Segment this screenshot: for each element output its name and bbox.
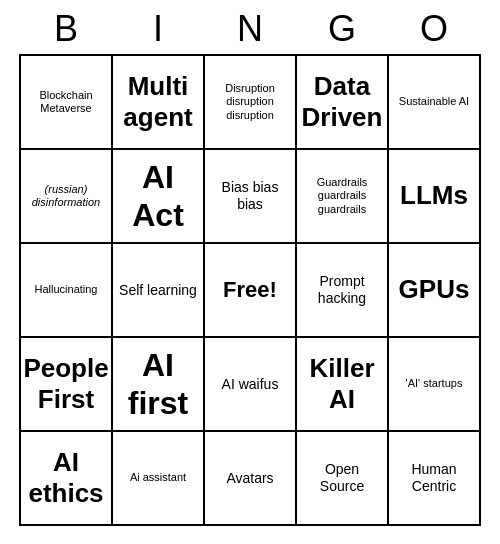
cell-16: AI first [113,338,205,432]
cell-20: AI ethics [21,432,113,526]
cell-0: Blockchain Metaverse [21,56,113,150]
cell-3: Data Driven [297,56,389,150]
cell-5: (russian) disinformation [21,150,113,244]
cell-15: People First [21,338,113,432]
cell-13: Prompt hacking [297,244,389,338]
cell-9: LLMs [389,150,481,244]
cell-19: 'AI' startups [389,338,481,432]
title-o: O [388,8,480,50]
cell-8: Guardrails guardrails guardrails [297,150,389,244]
title-g: G [296,8,388,50]
cell-14: GPUs [389,244,481,338]
cell-2: Disruption disruption disruption [205,56,297,150]
cell-4: Sustainable AI [389,56,481,150]
title-n: N [204,8,296,50]
cell-10: Hallucinating [21,244,113,338]
title-i: I [112,8,204,50]
cell-17: AI waifus [205,338,297,432]
cell-6: AI Act [113,150,205,244]
bingo-grid: Blockchain Metaverse Multi agent Disrupt… [19,54,481,526]
bingo-title: B I N G O [20,8,480,50]
cell-7: Bias bias bias [205,150,297,244]
cell-12: Free! [205,244,297,338]
cell-23: Open Source [297,432,389,526]
cell-24: Human Centric [389,432,481,526]
title-b: B [20,8,112,50]
cell-21: Ai assistant [113,432,205,526]
cell-11: Self learning [113,244,205,338]
cell-22: Avatars [205,432,297,526]
cell-18: Killer AI [297,338,389,432]
cell-1: Multi agent [113,56,205,150]
